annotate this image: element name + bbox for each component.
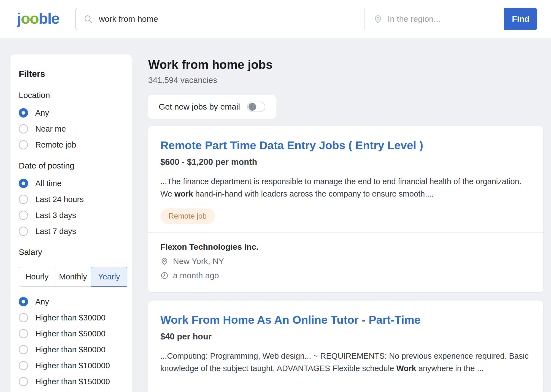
radio-label: Any [35,108,49,118]
radio-label: Higher than $100000 [35,361,110,370]
radio-date-last-3-days[interactable]: Last 3 days [19,211,124,220]
radio-salary-30000[interactable]: Higher than $30000 [19,313,124,322]
keyword-field [76,8,364,30]
radio-date-last-7-days[interactable]: Last 7 days [19,227,124,236]
job-description-post: anywhere in the ... [416,364,484,373]
email-toggle-label: Get new jobs by email [159,102,240,111]
radio-dot [19,377,28,386]
find-button[interactable]: Find [504,8,537,30]
radio-label: Higher than $80000 [35,345,106,354]
search-icon [83,14,93,24]
radio-dot [19,211,28,220]
filters-panel: Filters Location Any Near me Remote job … [10,55,132,392]
search-bar: Find [75,8,537,30]
job-description-highlight: Work [396,364,416,373]
job-description: ...Computing: Programming, Web design...… [160,350,530,375]
search-input[interactable] [99,14,364,24]
radio-salary-100000[interactable]: Higher than $100000 [19,361,124,370]
email-subscription-pill: Get new jobs by email [148,95,276,119]
pin-icon [160,257,169,265]
job-card-footer [148,382,543,392]
job-location-row: New York, NY [160,257,531,266]
section-label-date-of-posting: Date of posting [19,161,124,170]
radio-dot [19,313,28,322]
radio-dot [19,108,28,118]
job-card: Work From Home As An Online Tutor - Part… [148,301,543,392]
job-posted-row: a month ago [160,271,531,280]
clock-icon [160,271,169,280]
company-name: Flexon Technologies Inc. [160,242,531,252]
job-card-body: Remote Part Time Data Entry Jobs ( Entry… [148,126,543,232]
jooble-logo[interactable]: jooble [17,11,59,26]
radio-salary-150000[interactable]: Higher than $150000 [19,377,124,386]
region-field [365,8,504,30]
radio-label: Last 7 days [35,227,76,236]
job-location: New York, NY [173,257,224,266]
content: Filters Location Any Near me Remote job … [0,38,551,392]
job-card-body: Work From Home As An Online Tutor - Part… [148,301,543,382]
job-description: ...The finance department is responsible… [160,175,530,200]
job-salary: $40 per hour [160,332,531,342]
radio-label: All time [35,179,61,188]
radio-dot [19,329,28,338]
vacancies-count: 341,594 vacancies [148,75,543,85]
radio-label: Higher than $30000 [35,313,106,322]
job-title-link[interactable]: Work From Home As An Online Tutor - Part… [160,314,421,326]
page-title: Work from home jobs [148,58,543,72]
radio-location-near-me[interactable]: Near me [19,124,124,134]
radio-label: Any [35,297,49,306]
location-pin-icon [373,14,383,24]
logo-part-j: j [17,10,21,27]
radio-date-all-time[interactable]: All time [19,179,124,188]
radio-dot [19,345,28,354]
toggle-knob [249,103,256,111]
radio-location-any[interactable]: Any [19,108,124,118]
header: jooble Find [0,0,551,38]
tab-hourly[interactable]: Hourly [19,267,55,287]
radio-label: Higher than $150000 [35,377,110,386]
filters-title: Filters [19,69,124,79]
job-salary: $600 - $1,200 per month [160,157,531,167]
radio-label: Near me [35,124,66,134]
job-title-link[interactable]: Remote Part Time Data Entry Jobs ( Entry… [160,139,423,152]
radio-salary-80000[interactable]: Higher than $80000 [19,345,124,354]
radio-date-last-24-hours[interactable]: Last 24 hours [19,195,124,204]
radio-dot [19,297,28,306]
results-column: Work from home jobs 341,594 vacancies Ge… [148,55,543,392]
radio-salary-50000[interactable]: Higher than $50000 [19,329,124,338]
job-card: Remote Part Time Data Entry Jobs ( Entry… [148,126,543,292]
job-card-footer: Flexon Technologies Inc. New York, NY [148,233,543,292]
radio-location-remote-job[interactable]: Remote job [19,140,124,149]
logo-part-oo: oo [21,10,39,27]
job-posted: a month ago [173,271,219,280]
radio-dot [19,227,28,236]
radio-dot [19,124,28,134]
radio-dot [19,140,28,149]
job-description-post: hand-in-hand with leaders across the com… [193,189,434,198]
radio-dot [19,195,28,204]
section-label-location: Location [19,91,124,100]
job-description-highlight: work [174,189,193,198]
logo-part-ble: ble [39,10,59,27]
radio-label: Higher than $50000 [35,329,106,338]
radio-dot [19,179,28,188]
radio-label: Last 24 hours [35,195,84,204]
section-label-salary: Salary [19,247,124,257]
remote-job-badge: Remote job [160,208,215,224]
radio-label: Remote job [35,140,76,149]
salary-period-tabs: Hourly Monthly Yearly [19,267,127,287]
tab-monthly[interactable]: Monthly [55,267,91,287]
email-toggle-switch[interactable] [247,102,265,112]
radio-dot [19,361,28,370]
region-input[interactable] [388,14,504,24]
radio-salary-any[interactable]: Any [19,297,124,306]
tab-yearly[interactable]: Yearly [91,267,127,287]
radio-label: Last 3 days [35,211,76,220]
